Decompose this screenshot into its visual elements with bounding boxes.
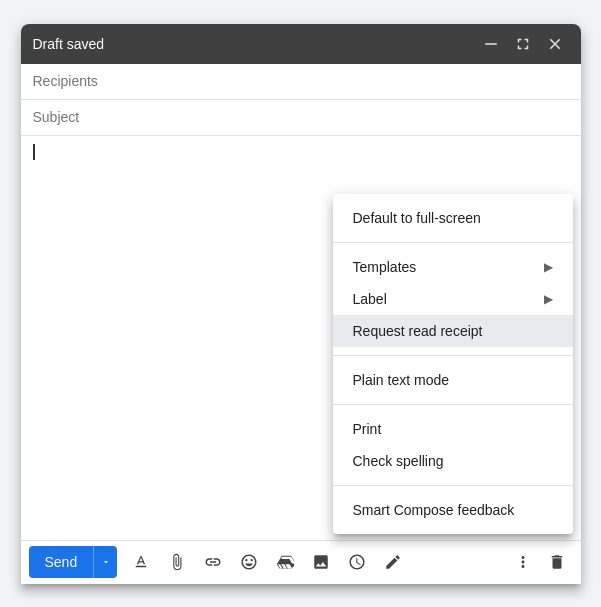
recipients-field[interactable]: Recipients [21,64,581,100]
signature-button[interactable] [377,546,409,578]
expand-button[interactable] [509,30,537,58]
drive-icon [276,553,294,571]
link-button[interactable] [197,546,229,578]
menu-item-default-fullscreen[interactable]: Default to full-screen [333,202,573,234]
menu-item-smart-compose[interactable]: Smart Compose feedback [333,494,573,526]
subject-field[interactable]: Subject [21,100,581,136]
footer-right-actions [507,546,573,578]
send-dropdown-button[interactable] [93,546,117,578]
send-button-group: Send [29,546,118,578]
compose-window: Draft saved Recipients Subject Send [21,24,581,584]
menu-item-label: Check spelling [353,453,444,469]
menu-item-plain-text[interactable]: Plain text mode [333,364,573,396]
close-icon [546,35,564,53]
menu-divider [333,355,573,356]
header-actions [477,30,569,58]
recipients-placeholder: Recipients [33,73,98,89]
minimize-button[interactable] [477,30,505,58]
drive-button[interactable] [269,546,301,578]
subject-placeholder: Subject [33,109,80,125]
more-vert-icon [514,553,532,571]
more-options-button[interactable] [507,546,539,578]
minimize-icon [482,35,500,53]
submenu-chevron-icon: ▶ [544,292,553,306]
pen-icon [384,553,402,571]
compose-footer: Send [21,540,581,584]
schedule-icon [348,553,366,571]
menu-item-label: Label [353,291,387,307]
compose-title: Draft saved [33,36,105,52]
menu-item-label: Templates [353,259,417,275]
delete-button[interactable] [541,546,573,578]
formatting-button[interactable] [125,546,157,578]
emoji-icon [240,553,258,571]
delete-icon [548,553,566,571]
menu-item-templates[interactable]: Templates▶ [333,251,573,283]
menu-item-label: Default to full-screen [353,210,481,226]
expand-icon [514,35,532,53]
menu-divider [333,242,573,243]
send-button[interactable]: Send [29,546,94,578]
menu-item-label: Smart Compose feedback [353,502,515,518]
menu-item-label: Request read receipt [353,323,483,339]
attach-button[interactable] [161,546,193,578]
menu-item-check-spelling[interactable]: Check spelling [333,445,573,477]
emoji-button[interactable] [233,546,265,578]
chevron-down-icon [101,557,111,567]
menu-item-label: Plain text mode [353,372,450,388]
submenu-chevron-icon: ▶ [544,260,553,274]
text-cursor [33,144,35,160]
photo-icon [312,553,330,571]
attach-icon [168,553,186,571]
menu-item-label[interactable]: Label▶ [333,283,573,315]
menu-divider [333,485,573,486]
schedule-button[interactable] [341,546,373,578]
photo-button[interactable] [305,546,337,578]
link-icon [204,553,222,571]
text-format-icon [132,553,150,571]
close-button[interactable] [541,30,569,58]
menu-divider [333,404,573,405]
menu-item-read-receipt[interactable]: Request read receipt [333,315,573,347]
menu-item-print[interactable]: Print [333,413,573,445]
menu-item-label: Print [353,421,382,437]
context-menu: Default to full-screenTemplates▶Label▶Re… [333,194,573,534]
compose-header: Draft saved [21,24,581,64]
svg-rect-0 [485,43,497,45]
